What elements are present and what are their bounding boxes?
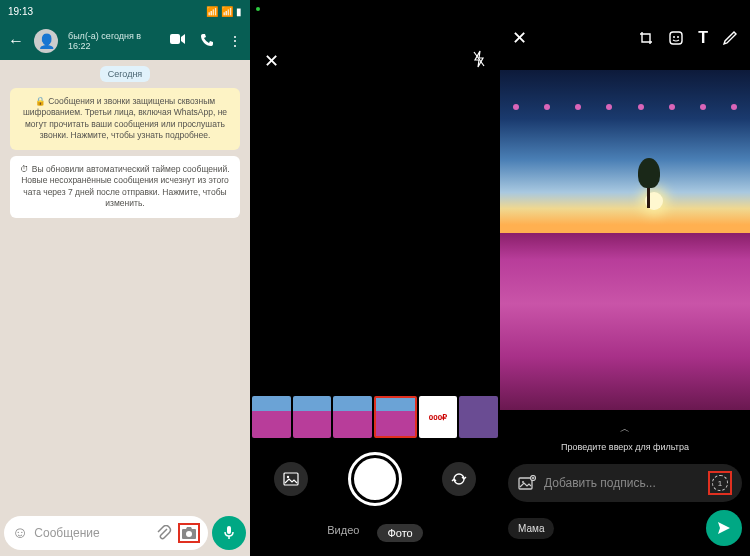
caption-input[interactable]: Добавить подпись... 1 — [508, 464, 742, 502]
editor-toolbar: ✕ T — [500, 22, 750, 54]
text-icon[interactable]: T — [698, 29, 708, 47]
draw-icon[interactable] — [722, 30, 738, 46]
svg-rect-10 — [519, 478, 532, 489]
message-input[interactable]: ☺ Сообщение — [4, 516, 208, 550]
send-button[interactable] — [706, 510, 742, 546]
mode-photo[interactable]: Фото — [377, 524, 422, 542]
contact-status[interactable]: был(-а) сегодня в 16:22 — [68, 31, 160, 51]
caption-placeholder: Добавить подпись... — [544, 476, 700, 490]
date-pill: Сегодня — [100, 66, 151, 82]
photo-preview[interactable] — [500, 70, 750, 410]
add-image-icon[interactable] — [518, 475, 536, 491]
message-input-bar: ☺ Сообщение — [4, 516, 246, 550]
svg-point-1 — [186, 531, 192, 537]
camera-status-bar — [250, 0, 500, 18]
flip-camera-icon[interactable] — [442, 462, 476, 496]
recipient-chip[interactable]: Мама — [508, 518, 554, 539]
status-icons: 📶 📶 ▮ — [206, 6, 242, 17]
more-icon[interactable]: ⋮ — [228, 33, 242, 49]
sticker-icon[interactable] — [668, 30, 684, 46]
close-icon[interactable]: ✕ — [264, 50, 279, 72]
flash-off-icon[interactable] — [472, 50, 486, 68]
thumbnail[interactable] — [252, 396, 291, 438]
send-row: Мама — [508, 510, 742, 546]
svg-rect-7 — [670, 32, 682, 44]
chevron-up-icon: ︿ — [500, 422, 750, 436]
battery-icon: ▮ — [236, 6, 242, 17]
clock: 19:13 — [8, 6, 33, 17]
view-once-highlight: 1 — [708, 471, 732, 495]
camera-viewfinder — [250, 80, 500, 386]
wifi-icon: 📶 — [221, 6, 233, 17]
mode-video[interactable]: Видео — [327, 524, 359, 542]
camera-icon[interactable] — [181, 526, 197, 540]
emoji-icon[interactable]: ☺ — [12, 524, 28, 542]
camera-active-dot — [256, 7, 260, 11]
gallery-thumbnails: 000₽ — [250, 396, 500, 438]
shutter-button[interactable] — [348, 452, 402, 506]
camera-button-highlight — [178, 523, 200, 543]
svg-point-8 — [673, 36, 675, 38]
svg-rect-5 — [284, 473, 298, 485]
view-once-icon[interactable]: 1 — [712, 475, 728, 491]
chat-header: ← 👤 был(-а) сегодня в 16:22 ⋮ — [0, 22, 250, 60]
svg-rect-2 — [227, 526, 231, 534]
back-arrow-icon[interactable]: ← — [8, 32, 24, 50]
voice-call-icon[interactable] — [200, 33, 214, 49]
chat-screen: 19:13 📶 📶 ▮ ← 👤 был(-а) сегодня в 16:22 … — [0, 0, 250, 556]
camera-screen: ✕ 000₽ Видео Фото — [250, 0, 500, 556]
swipe-hint: Проведите вверх для фильтра — [500, 442, 750, 452]
timer-notice[interactable]: ⏱ Вы обновили автоматический таймер сооб… — [10, 156, 240, 218]
thumbnail[interactable] — [293, 396, 332, 438]
crop-rotate-icon[interactable] — [638, 30, 654, 46]
thumbnail[interactable] — [333, 396, 372, 438]
svg-rect-0 — [170, 34, 180, 44]
status-bar: 19:13 📶 📶 ▮ — [0, 0, 250, 22]
thumbnail[interactable]: 000₽ — [419, 396, 458, 438]
encryption-notice[interactable]: 🔒 Сообщения и звонки защищены сквозным ш… — [10, 88, 240, 150]
message-placeholder: Сообщение — [34, 526, 150, 540]
signal-icon: 📶 — [206, 6, 218, 17]
camera-modes: Видео Фото — [250, 524, 500, 542]
attach-icon[interactable] — [156, 525, 172, 541]
close-icon[interactable]: ✕ — [512, 27, 527, 49]
svg-point-9 — [677, 36, 679, 38]
video-call-icon[interactable] — [170, 33, 186, 49]
thumbnail-selected[interactable] — [374, 396, 417, 438]
photo-editor-screen: ✕ T ︿ Проведите вверх для фильтра Добави… — [500, 0, 750, 556]
camera-controls — [250, 452, 500, 506]
gallery-icon[interactable] — [274, 462, 308, 496]
editor-status-bar — [500, 0, 750, 22]
mic-button[interactable] — [212, 516, 246, 550]
chat-body: Сегодня 🔒 Сообщения и звонки защищены ск… — [0, 60, 250, 224]
avatar[interactable]: 👤 — [34, 29, 58, 53]
svg-point-6 — [287, 476, 289, 478]
thumbnail[interactable] — [459, 396, 498, 438]
